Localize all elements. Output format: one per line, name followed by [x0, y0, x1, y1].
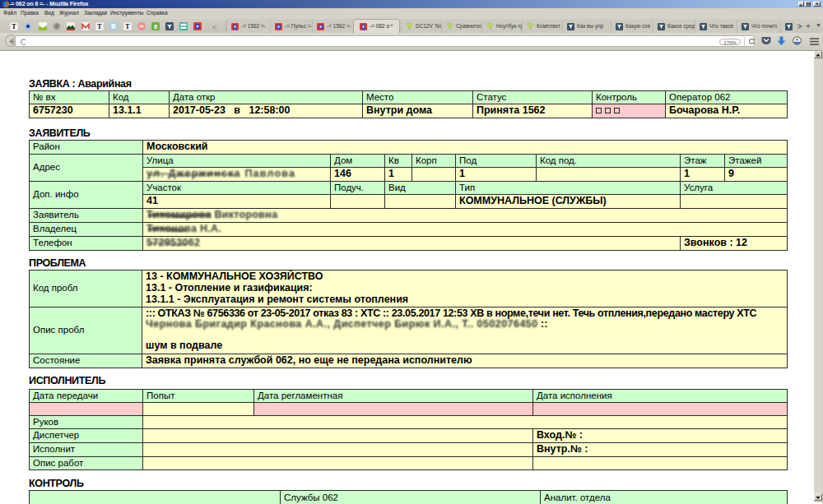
svg-text:T: T [125, 23, 130, 30]
svg-text:T: T [97, 23, 102, 30]
svg-text:T: T [12, 23, 16, 30]
svg-text:8: 8 [154, 23, 157, 30]
